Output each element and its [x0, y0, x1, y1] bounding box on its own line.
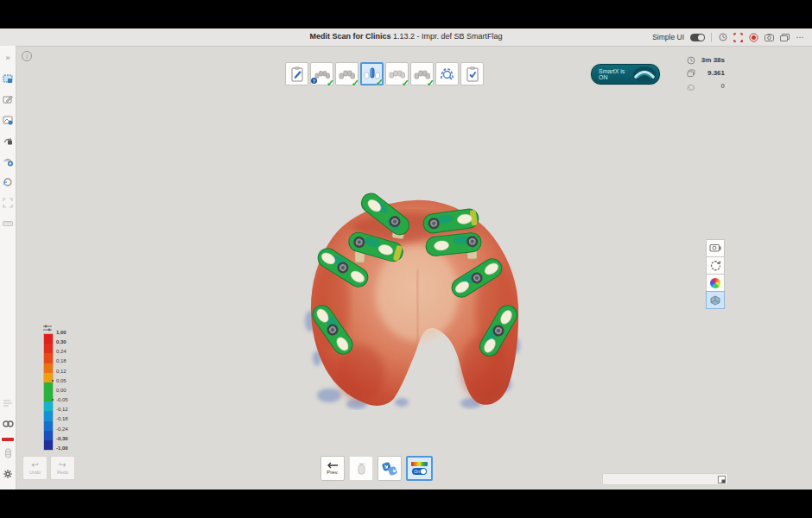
- legend-label: 0,30: [56, 339, 68, 344]
- smartx-button[interactable]: SmartX is ON: [591, 64, 660, 85]
- prev-step-button[interactable]: Prev.: [320, 456, 345, 481]
- titlebar-divider: [711, 33, 712, 42]
- scan-time-value: 3m 38s: [695, 56, 725, 64]
- scanbody-align-icon: [382, 461, 397, 476]
- edit-trim-icon[interactable]: [1, 91, 15, 108]
- legend-label: 1,00: [56, 330, 68, 335]
- simple-ui-label: Simple UI: [652, 33, 684, 41]
- expand-sidebar-icon[interactable]: »: [1, 49, 15, 66]
- windows-icon[interactable]: [780, 33, 790, 42]
- denture-icon: [631, 66, 657, 83]
- view-tools: [706, 240, 725, 309]
- link-views-icon[interactable]: [1, 415, 15, 433]
- align-scanbodies-button[interactable]: [377, 456, 402, 481]
- retake-icon: [687, 82, 695, 91]
- redo-button[interactable]: ↪ Redo: [50, 456, 75, 480]
- medit-scan-window: Medit Scan for Clinics 1.13.2 - Impr. de…: [0, 0, 812, 518]
- workflow-toolbar: ?: [285, 62, 484, 85]
- clipboard-pencil-icon: [290, 66, 304, 82]
- workflow-step-scanbody-scan[interactable]: [360, 62, 384, 85]
- legend-label: 0,12: [56, 369, 68, 374]
- undo-icon: ↩: [31, 461, 38, 469]
- occlusion-tool-icon[interactable]: [1, 153, 15, 170]
- clock-icon: [687, 56, 695, 65]
- legend-label: -0,12: [56, 407, 68, 412]
- bottom-toolbar: Prev. On: [320, 456, 433, 481]
- delete-scanbody-button[interactable]: [349, 456, 373, 481]
- workflow-step-arch-scan[interactable]: [335, 62, 358, 85]
- screenshot-icon[interactable]: [764, 33, 774, 42]
- rescan-region-icon[interactable]: [1, 174, 15, 191]
- workflow-step-complete[interactable]: [460, 62, 484, 85]
- more-icon[interactable]: ⋯: [796, 33, 805, 42]
- info-badge: ?: [311, 78, 317, 84]
- app-name: Medit Scan for Clinics: [309, 32, 390, 41]
- redo-label: Redo: [57, 470, 68, 475]
- legend-label: 0,24: [56, 349, 68, 354]
- history-icon[interactable]: [718, 33, 727, 42]
- focus-area-icon[interactable]: [1, 194, 15, 212]
- arch-magnifier-icon: [439, 66, 455, 82]
- workflow-step-arch-scan-3[interactable]: [410, 62, 434, 85]
- undo-button[interactable]: ↩ Undo: [22, 456, 48, 480]
- arch-icon: [414, 68, 430, 80]
- workflow-step-arch-scan-2[interactable]: [385, 62, 409, 85]
- settings-gear-icon[interactable]: [1, 465, 15, 483]
- record-icon[interactable]: [749, 33, 758, 42]
- scanbody-icon: [364, 66, 381, 81]
- capture-area-icon[interactable]: [733, 33, 743, 42]
- case-name: 1.13.2 - Impr. def SB SmartFlag: [390, 32, 502, 41]
- selection-tool-icon[interactable]: [1, 70, 15, 87]
- frame-count-value: 9.361: [695, 69, 725, 77]
- legend-label: 0,18: [56, 358, 68, 363]
- reset-view-button[interactable]: [706, 256, 725, 275]
- frame-count-row: 9.361: [687, 66, 725, 79]
- legend-adjust-icon[interactable]: [43, 325, 52, 332]
- solid-view-button[interactable]: [706, 291, 725, 309]
- solid-cube-icon: [710, 295, 720, 306]
- rotate-view-icon: [710, 260, 721, 271]
- legend-color-bar: [43, 333, 54, 451]
- color-texture-icon: [710, 278, 720, 288]
- simple-ui-toggle[interactable]: [690, 34, 705, 41]
- left-arrow-icon: [327, 462, 339, 469]
- fill-holes-icon[interactable]: [1, 111, 15, 129]
- legend-label: -0,24: [56, 426, 68, 432]
- retake-count-row: 0: [687, 79, 725, 92]
- recording-indicator: [2, 438, 14, 441]
- info-icon[interactable]: i: [22, 51, 32, 61]
- prev-label: Prev.: [327, 470, 339, 475]
- workflow-step-analysis[interactable]: [435, 62, 459, 85]
- scan-time-row: 3m 38s: [687, 54, 725, 66]
- colormap-gradient-icon: [411, 462, 428, 466]
- legend-label: -0,30: [56, 436, 68, 441]
- app-frame: Medit Scan for Clinics 1.13.2 - Impr. de…: [0, 28, 812, 490]
- expand-panel-icon: [718, 476, 726, 483]
- frames-icon: [687, 69, 695, 78]
- measure-icon[interactable]: [1, 215, 15, 232]
- legend-label: 0,00: [56, 388, 68, 393]
- clipboard-check-icon: [466, 66, 479, 82]
- legend-labels: 1,00 0,30 0,24 0,18 0,12 0,05 0,00 -0,05…: [56, 330, 68, 451]
- scan-stats: 3m 38s 9.361 0: [687, 54, 725, 92]
- workflow-step-patient-form[interactable]: [285, 62, 308, 85]
- lock-data-icon[interactable]: [1, 132, 15, 149]
- smartx-label: SmartX is ON: [592, 68, 631, 80]
- maxilla-scan-3d-model[interactable]: [298, 190, 531, 410]
- eraser-icon: [356, 462, 367, 475]
- texture-toggle-button[interactable]: [706, 274, 725, 292]
- deviation-colormap-toggle[interactable]: On: [406, 456, 433, 481]
- arch-icon: [339, 68, 355, 80]
- layer-list-icon[interactable]: [1, 395, 15, 412]
- colormap-on-toggle: On: [412, 468, 427, 475]
- view-preset-button[interactable]: [706, 239, 725, 257]
- collapsed-panel-bar[interactable]: [602, 473, 728, 485]
- legend-label: -0,18: [56, 416, 68, 421]
- on-label: On: [414, 469, 420, 474]
- scan-depth-icon[interactable]: [1, 445, 15, 462]
- title-bar: Medit Scan for Clinics 1.13.2 - Impr. de…: [0, 28, 812, 47]
- history-bar: ↩ Undo ↪ Redo: [22, 456, 75, 480]
- workflow-step-pre-op-scan[interactable]: ?: [310, 62, 333, 85]
- undo-label: Undo: [29, 470, 41, 475]
- retake-count-value: 0: [695, 82, 725, 90]
